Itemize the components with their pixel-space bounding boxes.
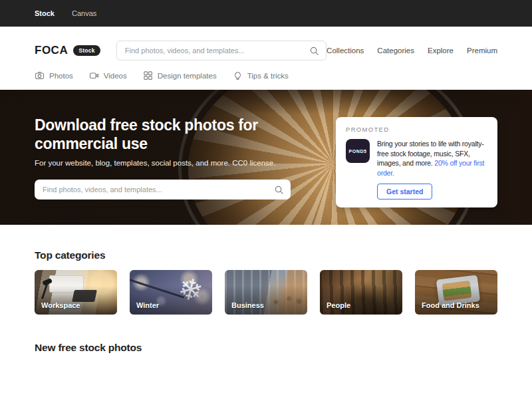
top-categories-section: Top categories Workspace ❄ Winter Busine… [35, 225, 497, 315]
category-label: Business [231, 301, 264, 309]
header-search-bar[interactable] [116, 41, 327, 61]
hero-banner: Download free stock photos for commercia… [0, 90, 532, 225]
header-search-input[interactable] [125, 47, 309, 55]
nav-link-explore[interactable]: Explore [428, 47, 454, 55]
hero-search-input[interactable] [43, 186, 274, 194]
hero-title: Download free stock photos for commercia… [35, 116, 301, 153]
pond5-logo: POND5 [346, 139, 370, 163]
new-photos-section: New free stock photos [35, 342, 497, 394]
logo-stock-badge: Stock [73, 45, 100, 56]
search-icon[interactable] [309, 46, 319, 56]
category-card-business[interactable]: Business [225, 270, 307, 315]
topbar-tab-canvas[interactable]: Canvas [72, 9, 96, 17]
header: FOCA Stock Collections Categories Explor… [0, 27, 532, 90]
category-label: People [327, 301, 350, 309]
subnav-label: Videos [104, 72, 127, 80]
foca-logo[interactable]: FOCA [35, 44, 68, 57]
nav-link-premium[interactable]: Premium [467, 47, 497, 55]
subnav-label: Design templates [158, 72, 217, 80]
category-label: Food and Drinks [422, 301, 479, 309]
new-photos-title: New free stock photos [35, 342, 497, 354]
video-camera-icon [89, 70, 99, 80]
promoted-ad-card: PROMOTED POND5 Bring your stories to lif… [336, 117, 497, 207]
search-icon[interactable] [274, 185, 284, 195]
subnav-item-videos[interactable]: Videos [89, 70, 127, 80]
promoted-label: PROMOTED [346, 126, 487, 133]
nav-link-collections[interactable]: Collections [327, 47, 364, 55]
main-nav: Collections Categories Explore Premium [327, 47, 497, 55]
category-label: Winter [136, 301, 159, 309]
subnav-item-photos[interactable]: Photos [35, 70, 73, 80]
category-card-workspace[interactable]: Workspace [35, 270, 117, 315]
subnav-label: Tips & tricks [247, 72, 289, 80]
promo-text: Bring your stories to life with royalty-… [377, 139, 487, 178]
media-type-nav: Photos Videos Design templates [35, 70, 497, 80]
grid-icon [143, 70, 153, 80]
category-grid: Workspace ❄ Winter Business People Food … [35, 270, 497, 315]
hero-search-bar[interactable] [35, 180, 291, 200]
product-switch-bar: Stock Canvas [0, 0, 532, 27]
category-label: Workspace [41, 301, 80, 309]
subnav-item-design-templates[interactable]: Design templates [143, 70, 217, 80]
subnav-label: Photos [49, 72, 73, 80]
top-categories-title: Top categories [35, 249, 497, 261]
lightbulb-icon [233, 70, 243, 80]
get-started-button[interactable]: Get started [377, 184, 432, 200]
subnav-item-tips-tricks[interactable]: Tips & tricks [233, 70, 289, 80]
category-card-winter[interactable]: ❄ Winter [130, 270, 212, 315]
category-card-food-and-drinks[interactable]: Food and Drinks [415, 270, 497, 315]
topbar-tab-stock[interactable]: Stock [35, 9, 55, 17]
nav-link-categories[interactable]: Categories [377, 47, 414, 55]
category-card-people[interactable]: People [320, 270, 402, 315]
camera-icon [35, 70, 45, 80]
